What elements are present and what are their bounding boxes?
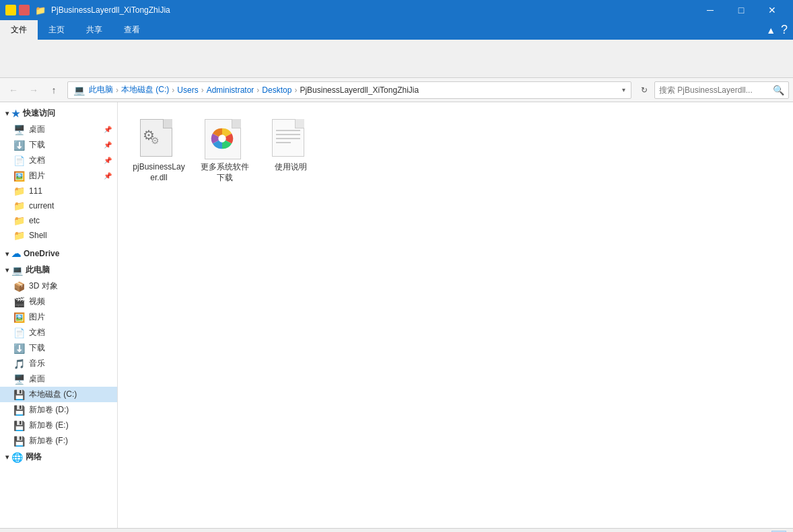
breadcrumb-current: PjBusinessLayerdll_XiTongZhiJia [300,85,419,95]
sidebar-item-music-label: 音乐 [29,358,45,369]
sidebar-item-c-drive[interactable]: 💾 本地磁盘 (C:) [0,387,117,402]
docs-pc-icon: 📄 [13,328,25,338]
sidebar-item-current[interactable]: 📁 current [0,198,117,213]
sidebar-item-d-drive-label: 新加卷 (D:) [29,404,69,416]
sidebar-item-docs-quick[interactable]: 📄 文档 📌 [0,153,117,168]
refresh-button[interactable]: ↻ [635,81,653,99]
title-bar-text: PjBusinessLayerdll_XiTongZhiJia [51,5,695,15]
download-icon: ⬇️ [13,140,25,151]
colorful-file-name: 更多系统软件下载 [198,162,252,183]
f-drive-icon: 💾 [13,436,25,447]
sidebar-item-dl-pc[interactable]: ⬇️ 下载 [0,340,117,356]
e-drive-icon: 💾 [13,420,25,431]
ribbon-tab-share[interactable]: 共享 [75,20,113,40]
desk-pc-icon: 🖥️ [13,374,25,385]
sidebar-item-etc[interactable]: 📁 etc [0,213,117,228]
folder-current-icon: 📁 [13,200,25,211]
pin-icon: 📌 [104,126,112,133]
sidebar-item-pics-label: 图片 [29,170,45,182]
file-item-dll[interactable]: ⚙ ⚙ pjBusinessLayer.dll [129,113,189,189]
dll-gear-icon-small: ⚙ [151,135,160,146]
pin-icon-4: 📌 [104,172,112,180]
breadcrumb-desktop[interactable]: Desktop [262,85,291,95]
onedrive-header[interactable]: ▾ ☁ OneDrive [0,245,117,262]
breadcrumb-drive[interactable]: 本地磁盘 (C:) [121,84,169,96]
breadcrumb-sep-4: › [256,85,259,95]
breadcrumb-sep-2: › [172,85,174,95]
address-dropdown-button[interactable]: ▾ [622,86,625,93]
c-drive-icon: 💾 [13,389,25,400]
sidebar-item-pics-quick[interactable]: 🖼️ 图片 📌 [0,168,117,184]
ribbon-collapse-button[interactable]: ▲ [766,25,775,36]
sidebar-item-desktop-quick[interactable]: 🖥️ 桌面 📌 [0,122,117,137]
sidebar-item-dl-pc-label: 下载 [29,342,45,354]
pics-pc-icon: 🖼️ [13,312,25,323]
sidebar-item-download-label: 下载 [29,139,45,151]
quick-access-chevron: ▾ [5,110,9,117]
this-pc-header[interactable]: ▾ 💻 此电脑 [0,262,117,278]
colorful-icon-container [205,119,245,159]
sidebar-item-shell[interactable]: 📁 Shell [0,228,117,243]
breadcrumb-admin[interactable]: Administrator [207,85,254,95]
sidebar-item-desk-pc-label: 桌面 [29,373,45,385]
dll-icon-container: ⚙ ⚙ [140,119,178,159]
ribbon-tab-home[interactable]: 主页 [38,20,75,40]
txt-icon-container [272,119,310,159]
sidebar-item-3d[interactable]: 📦 3D 对象 [0,278,117,294]
sidebar-item-video-label: 视频 [29,296,45,307]
title-bar: 📁 PjBusinessLayerdll_XiTongZhiJia ─ □ ✕ [0,0,793,20]
sidebar-item-111[interactable]: 📁 111 [0,184,117,198]
search-icon[interactable]: 🔍 [773,85,784,96]
sidebar-item-d-drive[interactable]: 💾 新加卷 (D:) [0,402,117,418]
dll-file-name: pjBusinessLayer.dll [132,162,186,183]
search-bar[interactable]: 🔍 [654,81,789,99]
this-pc-chevron: ▾ [5,266,9,274]
sidebar-item-e-drive-label: 新加卷 (E:) [29,420,69,431]
sidebar-item-f-drive[interactable]: 💾 新加卷 (F:) [0,433,117,449]
sidebar-item-pics-pc-label: 图片 [29,311,45,323]
sidebar-item-3d-label: 3D 对象 [29,280,58,292]
sidebar-item-current-label: current [29,201,54,211]
title-bar-icons [5,5,30,15]
breadcrumb-sep-3: › [201,85,204,95]
minimize-button[interactable]: ─ [695,0,726,20]
forward-button[interactable]: → [24,81,43,100]
sidebar-item-e-drive[interactable]: 💾 新加卷 (E:) [0,418,117,433]
breadcrumb-sep-5: › [294,85,297,95]
d-drive-icon: 💾 [13,405,25,416]
content-area: ⚙ ⚙ pjBusinessLayer.dll [118,102,793,528]
onedrive-label: OneDrive [24,249,59,258]
sidebar-item-desk-pc[interactable]: 🖥️ 桌面 [0,371,117,387]
sidebar-item-desktop-label: 桌面 [29,124,45,135]
breadcrumb-computer[interactable]: 此电脑 [89,84,113,96]
address-bar[interactable]: 💻 此电脑 › 本地磁盘 (C:) › Users › Administrato… [67,81,631,99]
title-icon-red [19,5,30,15]
quick-access-star-icon: ★ [11,108,20,119]
folder-etc-icon: 📁 [13,215,25,226]
sidebar-item-docs-pc-label: 文档 [29,327,45,338]
search-input[interactable] [659,85,773,95]
sidebar-item-shell-label: Shell [29,231,47,240]
colorful-file-icon [205,119,245,159]
ribbon-tab-file[interactable]: 文件 [0,20,38,40]
sidebar-item-download-quick[interactable]: ⬇️ 下载 📌 [0,137,117,153]
file-item-colorful[interactable]: 更多系统软件下载 [195,113,255,189]
breadcrumb-users[interactable]: Users [177,85,198,95]
ribbon-tabs: 文件 主页 共享 查看 ▲ ? [0,20,793,40]
network-header[interactable]: ▾ 🌐 网络 [0,449,117,465]
video-icon: 🎬 [13,297,25,307]
close-button[interactable]: ✕ [757,0,788,20]
sidebar-item-video[interactable]: 🎬 视频 [0,294,117,309]
ribbon-tab-view[interactable]: 查看 [113,20,151,40]
ribbon-help-button[interactable]: ? [781,23,788,37]
back-button[interactable]: ← [4,81,23,100]
file-item-txt[interactable]: 使用说明 [261,113,321,189]
sidebar-item-music[interactable]: 🎵 音乐 [0,356,117,371]
quick-access-header[interactable]: ▾ ★ 快速访问 [0,105,117,122]
sidebar-item-f-drive-label: 新加卷 (F:) [29,435,68,447]
up-button[interactable]: ↑ [44,81,63,100]
sidebar-item-docs-pc[interactable]: 📄 文档 [0,325,117,340]
txt-line-4 [276,142,291,143]
sidebar-item-pics-pc[interactable]: 🖼️ 图片 [0,309,117,325]
maximize-button[interactable]: □ [726,0,757,20]
